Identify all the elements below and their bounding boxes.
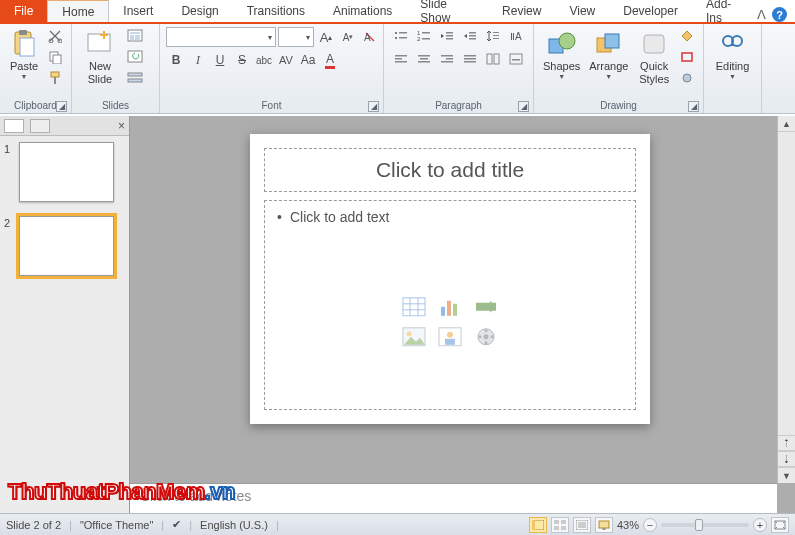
slides-tab[interactable] bbox=[4, 119, 24, 133]
reset-button[interactable] bbox=[125, 48, 145, 66]
shape-fill-button[interactable] bbox=[677, 27, 697, 45]
character-spacing-button[interactable]: AV bbox=[276, 51, 296, 69]
body-placeholder[interactable]: •Click to add text bbox=[264, 200, 636, 410]
layout-button[interactable] bbox=[125, 27, 145, 45]
slide-panel: × 1 2 bbox=[0, 116, 130, 513]
tab-add-ins[interactable]: Add-Ins bbox=[692, 0, 757, 22]
outline-tab[interactable] bbox=[30, 119, 50, 133]
tab-view[interactable]: View bbox=[555, 0, 609, 22]
group-slides: New Slide Slides bbox=[72, 24, 160, 113]
align-right-button[interactable] bbox=[436, 50, 458, 68]
text-direction-button[interactable]: ⅡA bbox=[505, 27, 527, 45]
section-button[interactable] bbox=[125, 69, 145, 87]
reading-view-button[interactable] bbox=[573, 517, 591, 533]
font-dialog-launcher[interactable]: ◢ bbox=[368, 101, 379, 112]
tab-file[interactable]: File bbox=[0, 0, 47, 22]
slide-canvas[interactable]: Click to add title •Click to add text bbox=[250, 134, 650, 424]
line-spacing-button[interactable] bbox=[482, 27, 504, 45]
insert-chart-icon[interactable] bbox=[435, 294, 465, 320]
tab-design[interactable]: Design bbox=[167, 0, 232, 22]
svg-rect-34 bbox=[493, 38, 499, 39]
svg-rect-26 bbox=[446, 32, 453, 34]
normal-view-button[interactable] bbox=[529, 517, 547, 533]
new-slide-button[interactable]: New Slide bbox=[78, 27, 122, 95]
thumbnail-1[interactable]: 1 bbox=[4, 142, 125, 202]
italic-button[interactable]: I bbox=[188, 51, 208, 69]
zoom-in-button[interactable]: + bbox=[753, 518, 767, 532]
justify-button[interactable] bbox=[459, 50, 481, 68]
shape-effects-button[interactable] bbox=[677, 69, 697, 87]
drawing-dialog-launcher[interactable]: ◢ bbox=[688, 101, 699, 112]
tab-developer[interactable]: Developer bbox=[609, 0, 692, 22]
paste-button[interactable]: Paste ▼ bbox=[6, 27, 42, 95]
format-painter-button[interactable] bbox=[45, 69, 65, 87]
zoom-slider[interactable] bbox=[661, 523, 749, 527]
bold-button[interactable]: B bbox=[166, 51, 186, 69]
zoom-slider-thumb[interactable] bbox=[695, 519, 703, 531]
arrange-label: Arrange bbox=[589, 60, 628, 72]
zoom-percent[interactable]: 43% bbox=[617, 519, 639, 531]
sorter-view-button[interactable] bbox=[551, 517, 569, 533]
bullets-button[interactable] bbox=[390, 27, 412, 45]
status-language[interactable]: English (U.S.) bbox=[200, 519, 268, 531]
minimize-ribbon-icon[interactable]: Ʌ bbox=[757, 7, 766, 22]
svg-text:A: A bbox=[364, 32, 371, 43]
editing-button[interactable]: Editing▼ bbox=[710, 27, 755, 95]
tab-animations[interactable]: Animations bbox=[319, 0, 406, 22]
svg-point-73 bbox=[491, 335, 494, 338]
clear-formatting-button[interactable]: A bbox=[360, 28, 380, 46]
shape-outline-button[interactable] bbox=[677, 48, 697, 66]
insert-smartart-icon[interactable] bbox=[471, 294, 501, 320]
insert-picture-icon[interactable] bbox=[399, 324, 429, 350]
change-case-button[interactable]: Aa bbox=[298, 51, 318, 69]
title-placeholder[interactable]: Click to add title bbox=[264, 148, 636, 192]
help-icon[interactable]: ? bbox=[772, 7, 787, 22]
grow-font-button[interactable]: A▴ bbox=[316, 28, 336, 46]
copy-button[interactable] bbox=[45, 48, 65, 66]
shapes-button[interactable]: Shapes▼ bbox=[540, 27, 583, 95]
insert-table-icon[interactable] bbox=[399, 294, 429, 320]
decrease-indent-button[interactable] bbox=[436, 27, 458, 45]
font-color-button[interactable]: A bbox=[320, 51, 340, 69]
quick-styles-button[interactable]: Quick Styles bbox=[634, 27, 674, 95]
clipboard-dialog-launcher[interactable]: ◢ bbox=[56, 101, 67, 112]
insert-clipart-icon[interactable] bbox=[435, 324, 465, 350]
next-slide-icon[interactable]: ⭭ bbox=[778, 451, 795, 467]
strikethrough-button[interactable]: S bbox=[232, 51, 252, 69]
slideshow-view-button[interactable] bbox=[595, 517, 613, 533]
tab-slide-show[interactable]: Slide Show bbox=[406, 0, 488, 22]
shrink-font-button[interactable]: A▾ bbox=[338, 28, 358, 46]
zoom-out-button[interactable]: − bbox=[643, 518, 657, 532]
prev-slide-icon[interactable]: ⭫ bbox=[778, 435, 795, 451]
scroll-up-icon[interactable]: ▲ bbox=[778, 116, 795, 132]
thumbnail-2[interactable]: 2 bbox=[4, 216, 125, 276]
scroll-down-icon[interactable]: ▼ bbox=[778, 467, 795, 483]
arrange-button[interactable]: Arrange▼ bbox=[586, 27, 631, 95]
fit-to-window-button[interactable] bbox=[771, 517, 789, 533]
close-panel-icon[interactable]: × bbox=[118, 119, 125, 133]
columns-button[interactable] bbox=[482, 50, 504, 68]
numbering-button[interactable]: 12 bbox=[413, 27, 435, 45]
align-center-button[interactable] bbox=[413, 50, 435, 68]
svg-rect-13 bbox=[135, 35, 140, 40]
font-name-combo[interactable]: ▾ bbox=[166, 27, 276, 47]
spellcheck-icon[interactable]: ✔ bbox=[172, 518, 181, 531]
text-shadow-button[interactable]: abc bbox=[254, 51, 274, 69]
group-slides-label: Slides bbox=[102, 100, 129, 111]
tab-insert[interactable]: Insert bbox=[109, 0, 167, 22]
notes-pane[interactable]: Click to add notes bbox=[130, 483, 777, 513]
tab-transitions[interactable]: Transitions bbox=[233, 0, 319, 22]
align-text-button[interactable] bbox=[505, 50, 527, 68]
insert-media-icon[interactable] bbox=[471, 324, 501, 350]
paragraph-dialog-launcher[interactable]: ◢ bbox=[518, 101, 529, 112]
cut-button[interactable] bbox=[45, 27, 65, 45]
increase-indent-button[interactable] bbox=[459, 27, 481, 45]
thumb-number: 2 bbox=[4, 216, 14, 229]
vertical-scrollbar[interactable]: ▲ ⭫ ⭭ ▼ bbox=[777, 116, 795, 483]
font-size-combo[interactable]: ▾ bbox=[278, 27, 314, 47]
tab-home[interactable]: Home bbox=[47, 0, 109, 22]
align-left-button[interactable] bbox=[390, 50, 412, 68]
thumb-number: 1 bbox=[4, 142, 14, 155]
underline-button[interactable]: U bbox=[210, 51, 230, 69]
tab-review[interactable]: Review bbox=[488, 0, 555, 22]
